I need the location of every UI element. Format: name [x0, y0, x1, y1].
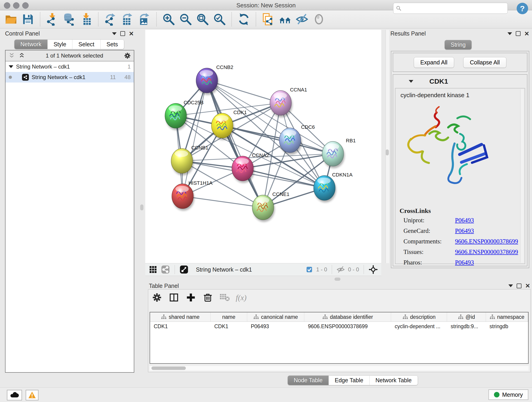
- selected-checkbox-icon[interactable]: [306, 266, 313, 273]
- control-panel-close-icon[interactable]: ✕: [129, 32, 134, 36]
- table-cell[interactable]: P06493: [247, 322, 304, 331]
- toolbar-search[interactable]: [393, 3, 508, 14]
- column-header-name[interactable]: name: [210, 313, 247, 322]
- zoom-out-button[interactable]: [178, 12, 193, 27]
- save-session-button[interactable]: [21, 12, 35, 27]
- collection-disclosure-icon[interactable]: [9, 65, 13, 68]
- crosslink-link[interactable]: P06493: [455, 217, 474, 224]
- network-edge-CDK1-RB1[interactable]: [222, 126, 333, 154]
- clone-network-icon: [262, 13, 274, 26]
- network-node-CCNB2[interactable]: CCNB2: [196, 64, 233, 95]
- crosslink-link[interactable]: 9606.ENSP00000378699: [455, 238, 518, 245]
- network-node-CDK1[interactable]: CDK1: [211, 109, 247, 140]
- tab-sets[interactable]: Sets: [101, 40, 124, 49]
- collapse-all-button[interactable]: Collapse All: [463, 57, 507, 68]
- tab-style[interactable]: Style: [48, 40, 73, 49]
- network-node-CDC6[interactable]: CDC6: [279, 124, 315, 155]
- add-column-icon[interactable]: [185, 292, 197, 304]
- delete-column-trash-icon[interactable]: [202, 292, 214, 304]
- crosslink-link[interactable]: P06493: [455, 259, 474, 266]
- hide-selected-button[interactable]: [295, 12, 309, 27]
- right-splitter[interactable]: [386, 30, 389, 263]
- zoom-fit-button[interactable]: [195, 12, 210, 27]
- network-canvas[interactable]: CCNB2CCNA1CDC25BCDK1CDC6RB1CCNB1CCNA2CDK…: [145, 30, 381, 263]
- expand-all-icon[interactable]: [18, 52, 25, 59]
- apply-layout-button[interactable]: [236, 12, 251, 27]
- tab-edge-table[interactable]: Edge Table: [329, 376, 370, 385]
- cloud-button[interactable]: [7, 390, 22, 400]
- table-cell[interactable]: CDK1: [210, 322, 247, 331]
- control-panel-menu-icon[interactable]: [112, 32, 117, 35]
- column-header-namespace[interactable]: namespace: [486, 313, 528, 322]
- control-panel-float-icon[interactable]: [120, 31, 125, 36]
- results-scrollbar[interactable]: [520, 89, 524, 263]
- table-row[interactable]: CDK1CDK1P064939606.ENSP00000378699cyclin…: [150, 322, 528, 331]
- table-hscrollbar[interactable]: [150, 366, 529, 370]
- column-header-description[interactable]: description: [391, 313, 447, 322]
- zoom-selected-button[interactable]: [212, 12, 227, 27]
- crosslink-label: Tissues:: [404, 249, 455, 255]
- export-network-button[interactable]: [103, 12, 118, 27]
- results-panel-close-icon[interactable]: ✕: [524, 32, 529, 36]
- network-node-HIST1H1A[interactable]: HIST1H1A: [172, 180, 213, 211]
- left-splitter-handle[interactable]: [140, 204, 143, 211]
- tab-node-table[interactable]: Node Table: [288, 376, 329, 385]
- fit-selected-crosshair-icon[interactable]: [368, 265, 378, 274]
- zoom-in-button[interactable]: [161, 12, 176, 27]
- table-panel-float-icon[interactable]: [517, 283, 521, 288]
- column-header--id[interactable]: @id: [447, 313, 486, 322]
- crosslink-link[interactable]: 9606.ENSP00000378699: [455, 249, 518, 255]
- import-table-button[interactable]: [79, 12, 94, 27]
- table-cell[interactable]: cyclin-dependent ...: [391, 322, 447, 331]
- table-panel-menu-icon[interactable]: [508, 284, 513, 287]
- network-row[interactable]: String Network – cdk1 11 48: [6, 72, 134, 83]
- network-edge-CCNB2-HIST1H1A[interactable]: [183, 80, 207, 196]
- warnings-button[interactable]: [26, 390, 38, 400]
- tab-network-table[interactable]: Network Table: [370, 376, 418, 385]
- expand-all-button[interactable]: Expand All: [414, 57, 454, 68]
- gene-disclosure-icon[interactable]: [409, 80, 413, 83]
- first-neighbors-button[interactable]: [278, 12, 292, 27]
- table-settings-gear-icon[interactable]: [151, 292, 163, 304]
- bottom-splitter-handle[interactable]: [335, 278, 341, 281]
- column-header-shared-name[interactable]: shared name: [150, 313, 210, 322]
- network-options-gear-icon[interactable]: [124, 52, 131, 59]
- results-panel-menu-icon[interactable]: [507, 32, 512, 35]
- show-all-button[interactable]: [312, 12, 326, 27]
- table-cell[interactable]: CDK1: [150, 322, 210, 331]
- table-cell[interactable]: stringdb: [486, 322, 528, 331]
- table-cell[interactable]: stringdb:9...: [447, 322, 486, 331]
- export-table-button[interactable]: [120, 12, 135, 27]
- search-input[interactable]: [404, 5, 505, 12]
- help-button[interactable]: ?: [517, 3, 528, 14]
- column-header-database-identifier[interactable]: database identifier: [304, 313, 391, 322]
- clone-network-button[interactable]: [261, 12, 275, 27]
- node-table[interactable]: shared namenamecanonical namedatabase id…: [150, 312, 529, 364]
- right-splitter-handle[interactable]: [386, 149, 389, 155]
- show-columns-icon[interactable]: [168, 292, 180, 304]
- import-database-button[interactable]: [62, 12, 76, 27]
- network-edge-HIST1H1A-CCNE1[interactable]: [183, 196, 263, 207]
- collapse-all-icon[interactable]: [8, 52, 15, 59]
- table-hscrollbar-thumb[interactable]: [152, 366, 186, 370]
- tab-select[interactable]: Select: [72, 40, 100, 49]
- string-view-icon[interactable]: [161, 265, 170, 274]
- network-node-RB1[interactable]: RB1: [322, 138, 355, 168]
- network-edge-CCNB2-CCNE1[interactable]: [207, 80, 263, 207]
- export-image-button[interactable]: [137, 12, 152, 27]
- column-header-canonical-name[interactable]: canonical name: [247, 313, 304, 322]
- network-node-CCNA1[interactable]: CCNA1: [270, 87, 307, 117]
- tab-network[interactable]: Network: [14, 40, 48, 49]
- birdseye-view-icon[interactable]: [179, 265, 189, 274]
- open-session-button[interactable]: [4, 12, 18, 27]
- table-panel-close-icon[interactable]: ✕: [525, 283, 530, 288]
- results-panel-float-icon[interactable]: [516, 31, 520, 36]
- memory-button[interactable]: Memory: [488, 389, 528, 400]
- table-cell[interactable]: 9606.ENSP00000378699: [304, 322, 391, 331]
- network-collection-row[interactable]: String Network – cdk1 1: [6, 61, 134, 72]
- tab-string[interactable]: String: [445, 40, 472, 50]
- network-node-CDKN1A[interactable]: CDKN1A: [314, 172, 353, 202]
- crosslink-link[interactable]: P06493: [455, 227, 474, 235]
- import-network-button[interactable]: [45, 12, 60, 27]
- grid-view-icon[interactable]: [148, 265, 158, 274]
